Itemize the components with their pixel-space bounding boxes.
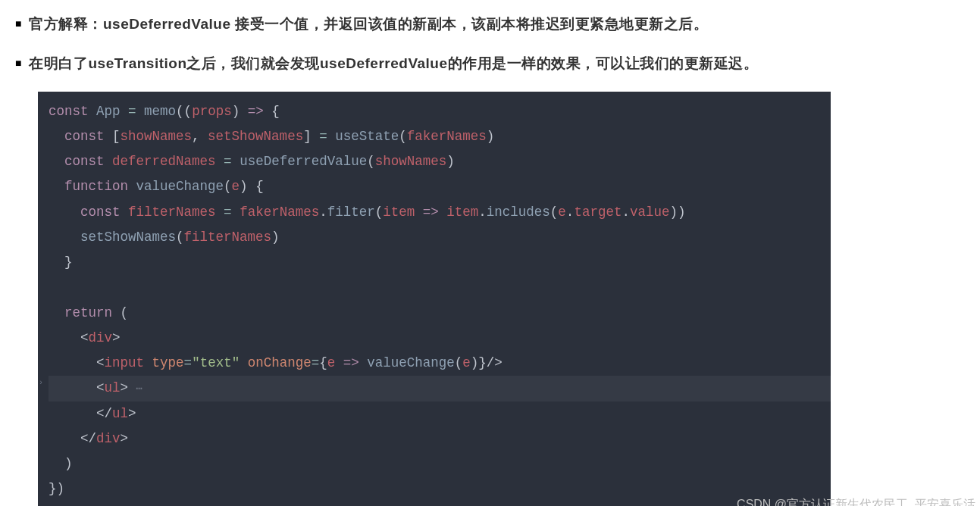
fold-caret-icon[interactable]: › (39, 376, 43, 390)
code-block: const App = memo((props) => { const [sho… (38, 92, 831, 506)
bullet-item: ■ 在明白了useTransition之后，我们就会发现useDeferredV… (15, 52, 965, 76)
bullet-text: 在明白了useTransition之后，我们就会发现useDeferredVal… (29, 52, 758, 76)
bullet-item: ■ 官方解释：useDeferredValue 接受一个值，并返回该值的新副本，… (15, 12, 965, 36)
bullet-text: 官方解释：useDeferredValue 接受一个值，并返回该值的新副本，该副… (29, 12, 708, 36)
fold-ellipsis-icon[interactable]: ⋯ (136, 383, 142, 395)
square-bullet-icon: ■ (15, 55, 21, 71)
square-bullet-icon: ■ (15, 15, 21, 32)
